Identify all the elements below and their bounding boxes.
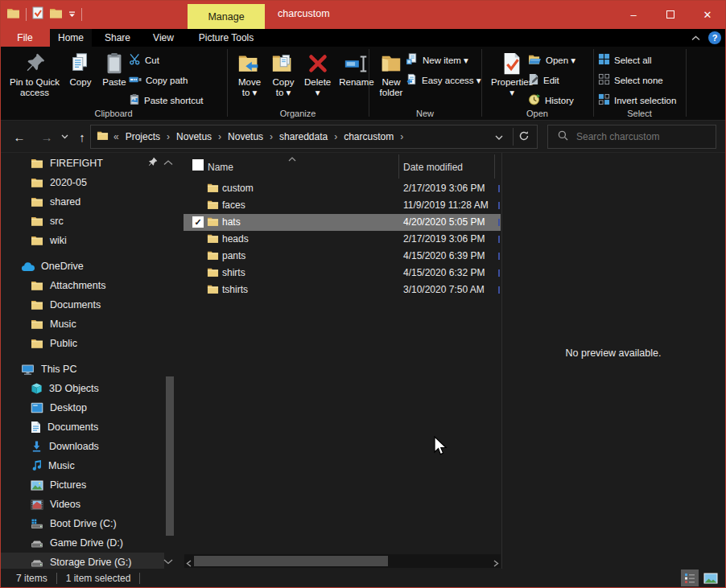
file-row-pants[interactable]: pants4/15/2020 6:39 PM [184, 248, 501, 265]
forward-button[interactable]: → [35, 121, 58, 153]
sidebar-item-desktop[interactable]: Desktop [0, 398, 179, 417]
breadcrumb-item-novetus[interactable]: Novetus [223, 131, 268, 142]
sidebar-item-public[interactable]: Public [0, 334, 179, 353]
sidebar-item-wiki[interactable]: wiki [0, 231, 179, 250]
folder-icon[interactable] [6, 6, 20, 22]
details-view-icon[interactable] [681, 569, 699, 586]
tab-file[interactable]: File [0, 29, 50, 47]
file-row-hats[interactable]: ✓hats4/20/2020 5:05 PM [184, 214, 501, 231]
select-all-checkbox[interactable] [192, 159, 204, 171]
row-checkbox[interactable]: ✓ [192, 216, 204, 228]
scroll-left-icon[interactable] [186, 558, 192, 569]
breadcrumb-separator[interactable]: › [217, 131, 223, 142]
tab-manage[interactable]: Manage [188, 4, 265, 29]
collapse-ribbon-icon[interactable] [691, 32, 700, 43]
sidebar-item-game-drive-d[interactable]: Game Drive (D:) [0, 533, 179, 553]
sidebar-item-3d-objects[interactable]: 3D Objects [0, 379, 179, 398]
tab-home[interactable]: Home [50, 29, 92, 47]
properties-check-icon[interactable] [32, 6, 43, 22]
search-box[interactable] [547, 125, 716, 149]
folder-icon[interactable] [49, 6, 63, 22]
column-divider[interactable] [398, 154, 399, 179]
divider [139, 573, 140, 584]
edit-button[interactable]: Edit [528, 70, 575, 90]
dropdown-caret-icon[interactable] [68, 9, 76, 20]
easy-access-button[interactable]: Easy access ▾ [406, 70, 481, 90]
sidebar-item-onedrive[interactable]: OneDrive [0, 257, 179, 276]
sidebar-item-2020-05[interactable]: 2020-05 [0, 173, 179, 192]
sidebar-item-documents[interactable]: Documents [0, 417, 179, 437]
tab-picture-tools[interactable]: Picture Tools [187, 29, 266, 47]
history-button[interactable]: History [528, 90, 575, 110]
address-dropdown-icon[interactable] [490, 131, 508, 142]
recent-locations-icon[interactable] [58, 121, 71, 153]
file-row-custom[interactable]: custom2/17/2019 3:06 PM [184, 180, 501, 197]
column-header-name[interactable]: Name [208, 162, 233, 173]
maximize-button[interactable] [652, 0, 689, 29]
breadcrumb-separator[interactable]: › [332, 131, 339, 142]
breadcrumb-separator[interactable]: › [398, 131, 405, 142]
file-date-modified: 3/10/2020 7:50 AM [403, 284, 485, 295]
breadcrumb[interactable]: «Projects›Novetus›Novetus›shareddata›cha… [90, 125, 538, 149]
breadcrumb-item-charcustom[interactable]: charcustom [339, 131, 398, 142]
file-row-heads[interactable]: heads2/17/2019 3:06 PM [184, 231, 501, 248]
sidebar-item-this-pc[interactable]: This PC [0, 360, 179, 379]
sidebar-item-documents[interactable]: Documents [0, 295, 179, 315]
horizontal-scrollbar-thumb[interactable] [194, 556, 388, 566]
sidebar-item-music[interactable]: Music [0, 456, 179, 475]
close-button[interactable]: ✕ [689, 0, 726, 29]
tab-share[interactable]: Share [95, 29, 140, 47]
new-folder-button[interactable]: Newfolder [375, 48, 407, 107]
sidebar-item-firefight[interactable]: FIREFIGHT [0, 154, 179, 173]
column-header-date-modified[interactable]: Date modified [403, 162, 463, 173]
column-divider[interactable] [494, 154, 495, 179]
thumbnail-view-icon[interactable] [702, 569, 720, 586]
minimize-button[interactable]: – [615, 0, 652, 29]
sidebar-scroll-down-icon[interactable] [163, 556, 173, 567]
refresh-icon[interactable] [518, 130, 537, 144]
select-none-button[interactable]: Select none [598, 70, 676, 90]
copy-button[interactable]: Copy [64, 48, 97, 107]
breadcrumb-item-projects[interactable]: Projects [121, 131, 165, 142]
back-button[interactable]: ← [8, 121, 31, 153]
sidebar-scrollbar-thumb[interactable] [166, 376, 174, 536]
breadcrumb-overflow[interactable]: « [109, 131, 121, 142]
delete-button[interactable]: Delete▾ [301, 48, 334, 107]
pin-to-quick-access-button[interactable]: Pin to Quickaccess [6, 48, 63, 107]
divider [513, 128, 514, 146]
sidebar-scroll-up-icon[interactable] [163, 157, 173, 168]
open-button[interactable]: Open ▾ [528, 50, 575, 70]
invert-selection-button[interactable]: Invert selection [598, 90, 676, 110]
copy-to-button[interactable]: Copyto ▾ [267, 48, 299, 107]
tab-view[interactable]: View [145, 29, 182, 47]
breadcrumb-item-shareddata[interactable]: shareddata [274, 131, 332, 142]
sidebar-item-shared[interactable]: shared [0, 192, 179, 212]
sidebar-item-attachments[interactable]: Attachments [0, 276, 179, 295]
window-title: charcustom [278, 8, 330, 19]
search-input[interactable] [575, 130, 703, 143]
cut-button[interactable]: Cut [129, 50, 204, 70]
breadcrumb-item-novetus[interactable]: Novetus [171, 131, 217, 142]
paste-shortcut-button[interactable]: Paste shortcut [129, 90, 204, 110]
paste-button[interactable]: Paste [98, 48, 130, 107]
sidebar-item-src[interactable]: src [0, 212, 179, 231]
new-item-button[interactable]: New item ▾ [406, 50, 481, 70]
file-row-tshirts[interactable]: tshirts3/10/2020 7:50 AM [184, 282, 501, 298]
help-icon[interactable]: ? [708, 31, 721, 44]
move-to-button[interactable]: Moveto ▾ [233, 48, 266, 107]
sidebar-item-pictures[interactable]: Pictures [0, 475, 179, 495]
file-row-shirts[interactable]: shirts4/15/2020 6:32 PM [184, 265, 501, 282]
sidebar-item-videos[interactable]: Videos [0, 495, 179, 514]
breadcrumb-separator[interactable]: › [165, 131, 171, 142]
file-row-faces[interactable]: faces11/9/2019 11:28 AM [184, 197, 501, 214]
sidebar-item-boot-drive-c[interactable]: Boot Drive (C:) [0, 514, 179, 533]
ribbon-tab-bar: FileHomeShareViewPicture Tools [0, 29, 726, 47]
sidebar-item-storage-drive-g[interactable]: Storage Drive (G:) [0, 553, 164, 569]
sidebar-item-music[interactable]: Music [0, 315, 179, 334]
horizontal-scrollbar[interactable] [184, 554, 501, 568]
copy-path-button[interactable]: Copy path [129, 70, 204, 90]
breadcrumb-separator[interactable]: › [268, 131, 274, 142]
sidebar-item-downloads[interactable]: Downloads [0, 437, 179, 456]
select-all-button[interactable]: Select all [598, 50, 676, 70]
scroll-right-icon[interactable] [493, 558, 499, 569]
